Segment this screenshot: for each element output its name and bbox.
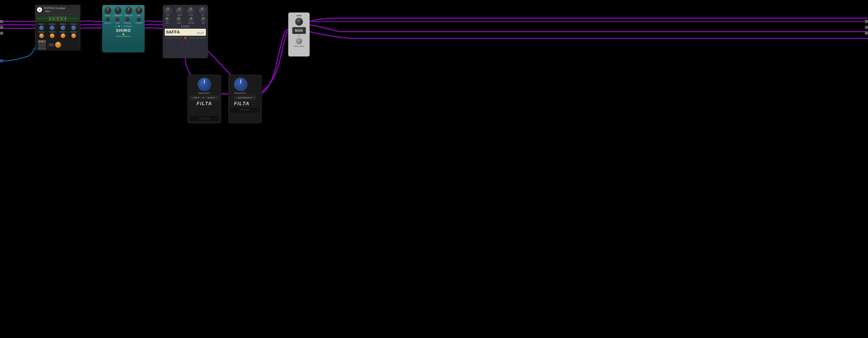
predelay-knob[interactable] [114,7,122,14]
size-m[interactable]: M [118,25,120,27]
delay-top-knobs: time repeats lowcut mix [165,7,206,16]
interval-knob[interactable] [125,17,129,22]
filta2-freq-knob[interactable] [234,78,248,91]
range-1-8[interactable]: 1 - 8 [38,40,46,43]
param8-knob[interactable] [71,33,76,38]
reverb-model: SHIROVERB MK II [104,35,143,37]
cardinal-module: ⊙ DISTRHO Cardinal - Mini - PARAM 1 PARA… [35,5,80,50]
drift-knob[interactable] [165,17,170,22]
port-in-1[interactable] [0,20,3,23]
filta1-brand: OPENAV [191,117,218,120]
on-led[interactable]: ON [49,43,54,47]
param4-knob[interactable] [71,25,76,30]
right-ports [865,20,868,35]
size-l[interactable]: L [121,25,123,27]
delay-sub: DELAY [197,32,204,34]
shiro-reverb-logo: SHIRO [104,28,143,33]
lowcut-delay-knob[interactable] [188,7,194,14]
shiro-reverb-module: DECAY PREDELAY EARLY-SKL MIX LOWCUT TONE… [102,5,145,53]
param1-knob[interactable] [39,25,44,30]
stereo-gain-module: GAIN MOD Stereo Gain [288,12,310,57]
reverb-led [123,33,124,35]
param2-knob[interactable] [50,25,55,30]
filta2-bottom: OPENAV [230,107,260,113]
transport-led [184,37,186,39]
filta1-led [203,97,204,98]
range-17-24[interactable]: 17 - 24 [38,47,46,50]
decay-knob[interactable] [104,7,112,14]
filta2-logo: FILTA [234,101,256,106]
filta2-io-bar: → INPUT OUTPUT → [234,96,256,100]
param3-knob[interactable] [61,25,66,30]
crinkle-knob[interactable] [177,17,182,22]
filta1-bottom: OPENAV [190,116,219,121]
mod-button[interactable]: MOD [292,27,306,34]
gaffa-shiro-badge: SHIRO [165,25,206,28]
param7-knob[interactable] [61,33,66,38]
reverb-bottom-knobs: LOWCUT TONE INTERVAL SHIMMER [104,17,143,24]
range-9-16[interactable]: 9 - 16 [38,43,46,47]
param6-knob[interactable] [50,33,55,38]
filta1-input-label: INPUT [194,97,199,99]
left-port-blue [0,59,3,62]
gain-trim-knob[interactable] [296,38,302,44]
port-blue[interactable] [0,59,3,62]
cardinal-title: DISTRHO Cardinal - Mini - [44,6,65,13]
repeats-knob[interactable] [176,7,183,14]
params-grid: PARAM 1 PARAM 2 PARAM 3 PARAM 4 PARAM 5 … [35,22,80,39]
filta2-freq-label: FREQUENCY [234,92,256,94]
size-s[interactable]: S [115,25,117,27]
stereo-gain-label: Stereo Gain [294,45,304,47]
delay-bottom-knobs: drift crinkle tape age bias [165,17,206,24]
filta1-freq-knob[interactable] [197,78,211,91]
left-ports [0,20,3,35]
port-out-1[interactable] [865,20,868,23]
filta1-io-bar: → INPUT OUTPUT → [190,96,219,100]
main-knob[interactable] [55,41,61,48]
lowcut-knob[interactable] [105,17,110,22]
reverb-top-knobs: DECAY PREDELAY EARLY-SKL MIX [104,7,143,16]
port-out-3[interactable] [865,32,868,35]
time-knob[interactable] [165,7,172,14]
filta1-logo: FILTA [196,101,212,106]
mix-knob[interactable] [135,7,143,14]
filta2-input-label: INPUT [238,97,243,99]
cardinal-bottom-row: 1 - 8 9 - 16 17 - 24 ON [35,39,80,51]
tape-age-knob[interactable] [189,17,194,22]
gaffa-delay-module: time repeats lowcut mix drift crinkle ta… [163,5,208,58]
gain-knob[interactable] [295,18,303,26]
filta2-module: FREQUENCY → INPUT OUTPUT → FILTA OPENAV [228,74,262,123]
bias-knob[interactable] [201,17,206,22]
filta2-brand: OPENAV [232,109,258,111]
filta2-output-label: OUTPUT [245,97,252,99]
port-out-2[interactable] [865,26,868,29]
cardinal-logo: ⊙ [37,7,42,12]
port-in-3[interactable] [0,32,3,35]
roomsize-row: S M L ROOMSIZE [104,25,143,27]
cardinal-header: ⊙ DISTRHO Cardinal - Mini - [35,5,80,15]
early-skl-knob[interactable] [125,7,132,14]
mix-delay-knob[interactable] [199,7,206,14]
port-in-2[interactable] [0,26,3,29]
tape-transport [165,37,206,39]
filta1-output-label: OUTPUT [208,97,215,99]
param5-knob[interactable] [39,33,44,38]
gain-led [298,35,300,37]
filta1-module: FREQUENCY → INPUT OUTPUT → FILTA OPENAV [188,74,221,123]
shimmer-knob[interactable] [136,17,141,22]
tone-knob[interactable] [115,17,120,22]
gain-label: GAIN [296,14,302,17]
tape-display: GAFFA DELAY [165,29,206,36]
filta1-freq-label: FREQUENCY [198,92,211,94]
hex-logo [183,40,188,46]
cardinal-pcb [36,15,80,22]
